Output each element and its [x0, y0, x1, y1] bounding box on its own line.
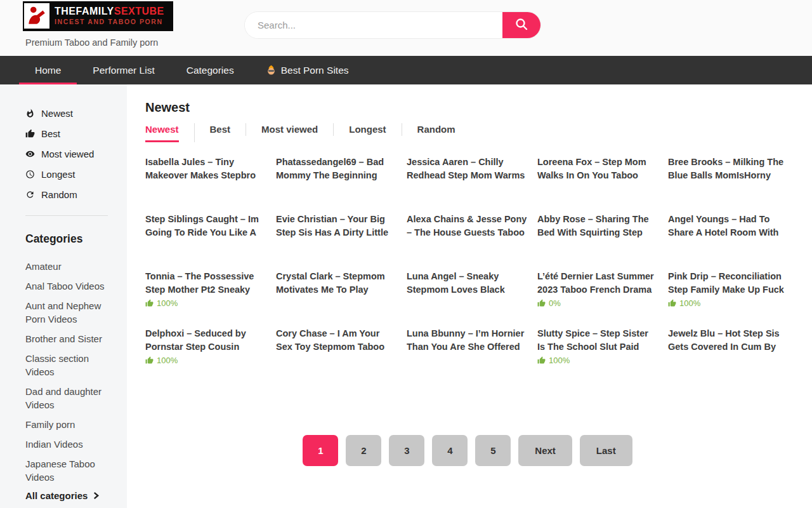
thumbs-up-icon: [25, 129, 35, 138]
nav-item-label: Home: [35, 65, 61, 76]
category-link-classic[interactable]: Classic section Videos: [25, 352, 114, 378]
page-button-3[interactable]: 3: [389, 435, 424, 466]
video-card[interactable]: Step Siblings Caught – Im Going To Ride …: [145, 213, 266, 270]
video-title[interactable]: Luna Bbunny – I’m Hornier Than You Are S…: [407, 327, 527, 353]
video-title[interactable]: Tonnia – The Possessive Step Mother Pt2 …: [145, 270, 266, 296]
video-title[interactable]: Phatassedangel69 – Bad Mommy The Beginni…: [276, 156, 396, 182]
video-title[interactable]: Angel Youngs – Had To Share A Hotel Room…: [668, 213, 789, 239]
category-link-aunt-nephew[interactable]: Aunt and Nephew Porn Videos: [25, 299, 114, 326]
video-title[interactable]: Alexa Chains & Jesse Pony – The House Gu…: [407, 213, 527, 239]
video-card[interactable]: Loreena Fox – Step Mom Walks In On You T…: [537, 156, 658, 213]
all-categories-link[interactable]: All categories: [25, 490, 114, 501]
video-card[interactable]: Isabella Jules – Tiny Makeover Makes Ste…: [145, 156, 266, 213]
video-title[interactable]: Pink Drip – Reconciliation Step Family M…: [668, 270, 789, 296]
main-content: Newest Newest Best Most viewed Longest R…: [127, 84, 812, 508]
rating-value: 0%: [549, 298, 561, 308]
nav-item-home[interactable]: Home: [19, 56, 77, 84]
video-card[interactable]: Cory Chase – I Am Your Sex Toy Stepmom T…: [276, 327, 396, 384]
search-button[interactable]: [502, 12, 540, 38]
video-title[interactable]: Crystal Clark – Stepmom Motivates Me To …: [276, 270, 396, 296]
site-logo[interactable]: THEFAMILYSEXTUBE INCEST AND TABOO PORN: [23, 1, 173, 31]
video-title[interactable]: Loreena Fox – Step Mom Walks In On You T…: [537, 156, 658, 182]
rating-value: 100%: [157, 356, 178, 365]
nav-item-best-porn-sites[interactable]: Best Porn Sites: [250, 56, 365, 84]
sidebar-item-best[interactable]: Best: [25, 128, 114, 139]
video-card[interactable]: Delphoxi – Seduced by Pornstar Step Cous…: [145, 327, 266, 384]
video-title[interactable]: Abby Rose – Sharing The Bed With Squirti…: [537, 213, 658, 239]
video-rating: 100%: [537, 356, 658, 365]
category-link-indian[interactable]: Indian Videos: [25, 438, 114, 451]
flame-face-icon: [266, 65, 277, 76]
category-link-amateur[interactable]: Amateur: [25, 260, 114, 273]
video-title[interactable]: Cory Chase – I Am Your Sex Toy Stepmom T…: [276, 327, 396, 353]
tab-random[interactable]: Random: [402, 123, 471, 136]
page-button-4[interactable]: 4: [432, 435, 468, 466]
category-link-anal-taboo[interactable]: Anal Taboo Videos: [25, 279, 114, 293]
video-rating: 100%: [145, 298, 266, 308]
tab-best[interactable]: Best: [195, 123, 247, 136]
video-card[interactable]: Slutty Spice – Step Sister Is The School…: [537, 327, 658, 384]
video-title[interactable]: Jessica Aaren – Chilly Redhead Step Mom …: [407, 156, 527, 182]
search-icon: [514, 17, 528, 33]
video-title[interactable]: Delphoxi – Seduced by Pornstar Step Cous…: [145, 327, 266, 353]
video-title[interactable]: Luna Angel – Sneaky Stepmom Loves Black …: [407, 270, 527, 296]
thumbs-up-icon: [145, 356, 154, 364]
tab-most-viewed[interactable]: Most viewed: [246, 123, 334, 136]
thumbs-up-icon: [537, 356, 546, 364]
video-rating: 0%: [537, 298, 658, 308]
sidebar-item-newest[interactable]: Newest: [25, 108, 114, 119]
category-list: Amateur Anal Taboo Videos Aunt and Nephe…: [25, 260, 114, 484]
video-card[interactable]: Jewelz Blu – Hot Step Sis Gets Covered I…: [668, 327, 789, 384]
page-button-2[interactable]: 2: [346, 435, 381, 466]
video-title[interactable]: Step Siblings Caught – Im Going To Ride …: [145, 213, 266, 239]
page-button-1[interactable]: 1: [303, 435, 338, 466]
brand-name-red: SEXTUBE: [114, 6, 164, 17]
tab-newest[interactable]: Newest: [145, 123, 195, 142]
sidebar-item-longest[interactable]: Longest: [25, 169, 114, 180]
last-page-button[interactable]: Last: [580, 435, 632, 466]
sort-list: Newest Best Most viewed Longest Random: [25, 108, 114, 200]
video-card[interactable]: Abby Rose – Sharing The Bed With Squirti…: [537, 213, 658, 270]
search-input[interactable]: [245, 12, 502, 38]
video-title[interactable]: Jewelz Blu – Hot Step Sis Gets Covered I…: [668, 327, 789, 353]
video-title[interactable]: L’été Dernier Last Summer 2023 Taboo Fre…: [537, 270, 658, 296]
video-card[interactable]: Luna Angel – Sneaky Stepmom Loves Black …: [407, 270, 527, 327]
video-title[interactable]: Bree Brooks – Milking The Blue Balls Mom…: [668, 156, 789, 182]
thumbs-up-icon: [145, 299, 154, 307]
video-card[interactable]: Jessica Aaren – Chilly Redhead Step Mom …: [407, 156, 527, 213]
rating-value: 100%: [679, 298, 700, 308]
video-card[interactable]: Angel Youngs – Had To Share A Hotel Room…: [668, 213, 789, 270]
video-title[interactable]: Evie Christian – Your Big Step Sis Has A…: [276, 213, 396, 239]
brand-subtitle: INCEST AND TABOO PORN: [55, 18, 164, 26]
video-title[interactable]: Slutty Spice – Step Sister Is The School…: [537, 327, 658, 353]
sidebar: Newest Best Most viewed Longest Random C…: [0, 84, 127, 508]
chevron-right-icon: [93, 492, 100, 499]
pagination: 1 2 3 4 5 Next Last: [145, 435, 790, 466]
sort-tabs: Newest Best Most viewed Longest Random: [145, 123, 790, 142]
video-card[interactable]: Alexa Chains & Jesse Pony – The House Gu…: [407, 213, 527, 270]
video-card[interactable]: Crystal Clark – Stepmom Motivates Me To …: [276, 270, 396, 327]
sidebar-item-most-viewed[interactable]: Most viewed: [25, 149, 114, 159]
sidebar-item-label: Longest: [41, 169, 75, 180]
sidebar-item-random[interactable]: Random: [25, 189, 114, 200]
video-title[interactable]: Isabella Jules – Tiny Makeover Makes Ste…: [145, 156, 266, 182]
video-card[interactable]: Luna Bbunny – I’m Hornier Than You Are S…: [407, 327, 527, 384]
video-card[interactable]: Evie Christian – Your Big Step Sis Has A…: [276, 213, 396, 270]
tab-longest[interactable]: Longest: [334, 123, 402, 136]
category-link-japanese[interactable]: Japanese Taboo Videos: [25, 457, 114, 484]
category-link-family[interactable]: Family porn: [25, 418, 114, 431]
site-tagline: Premium Taboo and Family porn: [25, 37, 158, 48]
nav-item-performer-list[interactable]: Performer List: [77, 56, 170, 84]
page-button-5[interactable]: 5: [475, 435, 511, 466]
category-link-brother-sister[interactable]: Brother and Sister: [25, 332, 114, 345]
video-card[interactable]: Phatassedangel69 – Bad Mommy The Beginni…: [276, 156, 396, 213]
refresh-icon: [25, 190, 35, 199]
video-card[interactable]: L’été Dernier Last Summer 2023 Taboo Fre…: [537, 270, 658, 327]
category-link-dad-daughter[interactable]: Dad and daughter Videos: [25, 385, 114, 411]
video-card[interactable]: Tonnia – The Possessive Step Mother Pt2 …: [145, 270, 266, 327]
video-card[interactable]: Bree Brooks – Milking The Blue Balls Mom…: [668, 156, 789, 213]
page-title: Newest: [145, 100, 790, 115]
nav-item-categories[interactable]: Categories: [171, 56, 250, 84]
video-card[interactable]: Pink Drip – Reconciliation Step Family M…: [668, 270, 789, 327]
next-page-button[interactable]: Next: [518, 435, 572, 466]
